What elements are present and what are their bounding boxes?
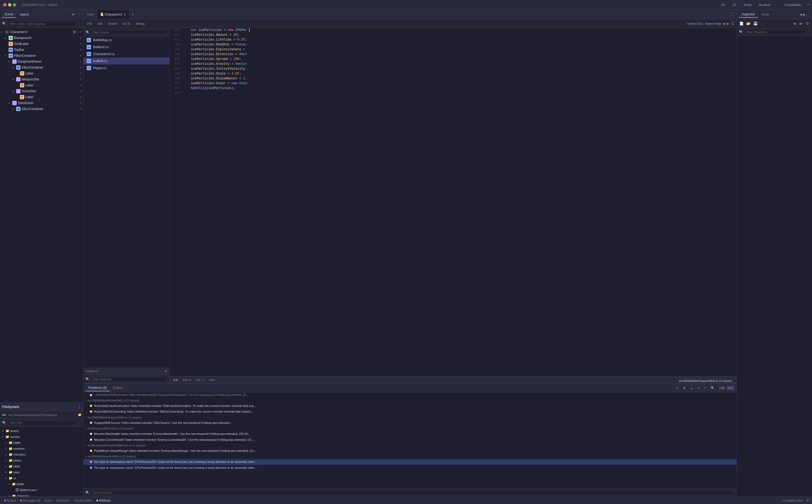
filter-properties-input[interactable]: [744, 30, 806, 34]
add-tab-button[interactable]: +: [129, 12, 136, 17]
methods-filter-input[interactable]: [91, 377, 167, 382]
visibility-icon[interactable]: 👁: [79, 54, 82, 57]
script-item-player[interactable]: C# Player.cs: [83, 65, 169, 72]
tree-item-background[interactable]: ▸ ■ Background 👁: [0, 35, 83, 41]
group-header[interactable]: ▾ src/Enemies/Monster.cs (2 issues): [83, 426, 737, 431]
insp-settings-button[interactable]: ⚙: [804, 21, 810, 27]
visibility-icon[interactable]: 👁: [79, 95, 82, 99]
visibility-icon[interactable]: 👁: [79, 72, 82, 75]
file-item-ui-battle[interactable]: ▾ 📁 battle: [0, 481, 83, 487]
search-problems-button[interactable]: 🔍: [710, 385, 716, 391]
problem-group-supportskill[interactable]: ▾ src/Skills/Base/SupportSkill.cs (1 iss…: [83, 415, 737, 426]
tree-item-label1[interactable]: T Label 👁: [0, 70, 83, 76]
inspector-options-button[interactable]: ⋮: [807, 13, 810, 16]
save-button[interactable]: 💾: [753, 21, 758, 27]
menu-search[interactable]: Search: [106, 22, 119, 26]
file-item-skills[interactable]: ▸ 📁 skills: [0, 463, 83, 469]
tab-animation[interactable]: Animation: [55, 499, 71, 502]
tab-output[interactable]: Output: [3, 499, 17, 502]
tree-item-equipmentpanel[interactable]: ▾ □ EquipmentPanel 👁: [0, 59, 83, 65]
menu-file[interactable]: File: [86, 22, 94, 26]
file-item-battle[interactable]: ▸ 📁 battle: [0, 440, 83, 446]
scene-filter-input[interactable]: [7, 21, 77, 26]
tab-debugger[interactable]: Debugger (2): [19, 499, 41, 502]
nav-prev-button[interactable]: ◀: [723, 22, 725, 26]
scroll-up-button[interactable]: ▲: [689, 385, 695, 391]
group-header[interactable]: ▾ src/Skills/Active/IceBolt.cs (2 issues…: [83, 454, 737, 459]
file-item-enemies[interactable]: ▸ 📁 enemies: [0, 446, 83, 452]
visibility-icon[interactable]: 👁: [79, 60, 82, 63]
menu-edit[interactable]: Edit: [96, 22, 104, 26]
tree-item-weaponslot[interactable]: ▾ □ WeaponSlot 👁: [0, 76, 83, 82]
file-item-player[interactable]: ▸ 📁 player: [0, 457, 83, 463]
scroll-down-button[interactable]: ▼: [696, 385, 702, 391]
visibility-icon[interactable]: 👁: [79, 42, 82, 45]
tab-shader-editor[interactable]: Shader Editor: [73, 499, 93, 502]
file-item-assets[interactable]: ▸ 📁 assets: [0, 428, 83, 434]
tree-item-label2[interactable]: T Label 👁: [0, 82, 83, 88]
mode-assetlib-button[interactable]: AssetLib: [757, 3, 772, 7]
insp-nav-prev[interactable]: ◀: [792, 21, 797, 27]
group-header[interactable]: ▾ src/Skills/Base/ActiveSkill.cs (2 issu…: [83, 398, 737, 403]
inspector-nav-next[interactable]: ▶: [803, 13, 806, 16]
inspector-more-button[interactable]: ⋮: [760, 21, 765, 27]
copy-button[interactable]: ⎘: [675, 385, 681, 391]
file-item-character-folder[interactable]: ▾ 📁 character: [0, 493, 83, 496]
search-help-link[interactable]: Search Help: [705, 22, 721, 25]
tree-item-armorslot[interactable]: ▾ □ ArmorSlot 👁: [0, 88, 83, 94]
tab-msbuild[interactable]: MSBuild: [95, 499, 111, 502]
script-item-battlemap[interactable]: C# BattleMap.cs: [83, 37, 169, 44]
problem-item-truncated[interactable]: ...ActiveSkill.HasReservation' hides inh…: [83, 392, 737, 398]
problem-item[interactable]: 'ActiveSkill.IsChanneling' hides inherit…: [83, 409, 737, 414]
tree-item-goldlabel[interactable]: T GoldLabel 👁: [0, 41, 83, 47]
close-button[interactable]: [3, 3, 6, 6]
fullscreen-button[interactable]: ⛶: [730, 12, 733, 17]
file-item-monsters[interactable]: ▸ 📁 monsters: [0, 452, 83, 457]
maximize-button[interactable]: [13, 3, 16, 6]
visibility-icon[interactable]: 👁: [79, 30, 82, 34]
filter-files-options[interactable]: ⋮: [78, 421, 81, 425]
script-item-characterui-cs[interactable]: C# CharacterUI.cs: [83, 51, 169, 58]
file-item-town[interactable]: ▸ 📁 town: [0, 469, 83, 475]
problem-item[interactable]: 'ActiveSkill.HasReservation' hides inher…: [83, 403, 737, 409]
filter-options-icon[interactable]: ⋮: [807, 30, 810, 34]
new-script-button[interactable]: 📄: [739, 21, 744, 27]
visibility-icon[interactable]: 👁: [79, 78, 82, 81]
tree-item-label3[interactable]: T Label 👁: [0, 94, 83, 100]
mode-script-button[interactable]: Script: [742, 3, 753, 7]
tab-output[interactable]: Output: [110, 385, 125, 391]
breadcrumb-toggle-button[interactable]: ☰: [731, 22, 735, 26]
visibility-icon[interactable]: 👁: [79, 66, 82, 69]
script-item-battleui[interactable]: C# BattleUI.cs: [83, 44, 169, 51]
tab-node[interactable]: Node: [759, 12, 772, 17]
visibility-icon[interactable]: 👁: [79, 36, 82, 40]
problem-group-activeskill[interactable]: ▾ src/Skills/Base/ActiveSkill.cs (2 issu…: [83, 398, 737, 415]
tree-item-characterui[interactable]: ▾ N CharacterUI 🎬 👁 👁: [0, 29, 83, 35]
file-item-battleui-tscn[interactable]: 🎬 BattleUI.tscn: [0, 487, 83, 493]
scene-options-button[interactable]: ⋮: [78, 13, 81, 16]
tab-main[interactable]: Main: [84, 10, 97, 19]
scripts-filter-input[interactable]: [91, 30, 167, 35]
tab-problems[interactable]: Problems (9): [86, 385, 109, 391]
tab-audio[interactable]: Audio: [44, 499, 53, 502]
problem-item[interactable]: 'SupportSkill.Source' hides inherited me…: [83, 420, 737, 426]
filter-files-input[interactable]: [7, 420, 77, 425]
online-docs-link[interactable]: Online Docs: [687, 22, 704, 25]
nav-back-button[interactable]: ◀: [173, 378, 175, 382]
tab-scene[interactable]: Scene: [2, 11, 16, 18]
nav-forward-button[interactable]: ▶: [4, 413, 6, 417]
layout-options-button[interactable]: ⊞: [806, 499, 809, 502]
problem-group-monster[interactable]: ▾ src/Enemies/Monster.cs (2 issues) 'Mon…: [83, 426, 737, 443]
filesystem-options-button[interactable]: ⋮: [78, 405, 81, 409]
tree-item-statspanel[interactable]: ▾ □ StatsPanel 👁: [0, 100, 83, 106]
tree-item-topbar[interactable]: ⊟ TopBar 👁: [0, 47, 83, 53]
tab-characterui[interactable]: 📜 CharacterUI ✕: [97, 10, 129, 19]
problem-item[interactable]: 'PetalMinion.AttackRange' hides inherite…: [83, 448, 737, 454]
visibility-icon[interactable]: 👁: [79, 84, 82, 87]
mode-3d-button[interactable]: 3D: [731, 3, 738, 7]
inspector-nav-prev[interactable]: ◀: [800, 13, 802, 16]
visibility-icon[interactable]: 👁: [79, 101, 82, 105]
group-header[interactable]: ▾ src/Skills/Base/SupportSkill.cs (1 iss…: [83, 415, 737, 420]
insp-nav-next[interactable]: ▶: [798, 21, 804, 27]
file-item-scenes[interactable]: ▾ 📁 scenes: [0, 434, 83, 440]
